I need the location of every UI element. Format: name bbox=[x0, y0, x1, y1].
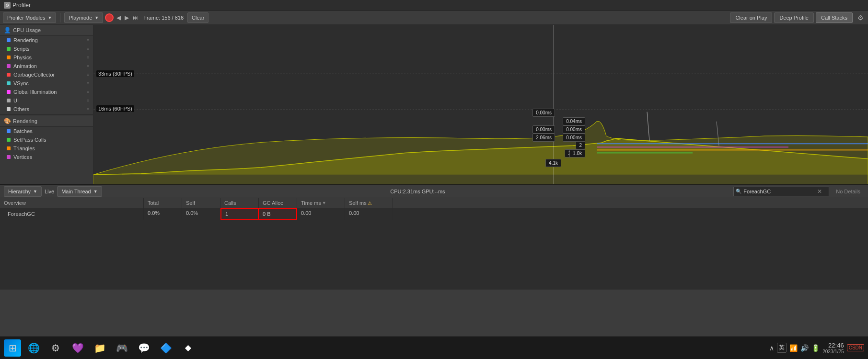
tooltip-0: 0.00ms bbox=[532, 109, 555, 117]
rendering-dot bbox=[7, 38, 11, 42]
others-label: Others bbox=[13, 106, 29, 112]
gc-scroll: ≡ bbox=[87, 72, 89, 77]
clock-date: 2023/1/25 bbox=[822, 349, 844, 354]
record-button[interactable] bbox=[105, 13, 114, 22]
taskbar-clock: 22:46 2023/1/25 bbox=[822, 342, 844, 354]
th-calls[interactable]: Calls bbox=[220, 198, 259, 208]
sidebar-item-batches[interactable]: Batches bbox=[0, 127, 93, 135]
sidebar-item-physics[interactable]: Physics ≡ bbox=[0, 53, 93, 62]
animation-label: Animation bbox=[13, 63, 37, 69]
vs-icon[interactable]: 💜 bbox=[68, 338, 87, 358]
gc-dot bbox=[7, 73, 11, 77]
clear-btn[interactable]: Clear bbox=[187, 12, 208, 23]
sidebar-item-rendering[interactable]: Rendering ≡ bbox=[0, 36, 93, 45]
sidebar-item-triangles[interactable]: Triangles bbox=[0, 144, 93, 153]
physics-dot bbox=[7, 56, 11, 59]
gi-scroll: ≡ bbox=[87, 90, 89, 94]
wifi-icon[interactable]: 📶 bbox=[789, 344, 798, 352]
label-33ms: 33ms (30FPS) bbox=[96, 70, 134, 77]
fast-forward-btn[interactable]: ⏭ bbox=[132, 14, 139, 21]
cpu-icon: 👤 bbox=[4, 27, 11, 34]
tooltip-4: 2.06ms bbox=[532, 134, 555, 142]
unity-icon[interactable]: ◆ bbox=[178, 338, 197, 358]
profiler-modules-btn[interactable]: Profiler Modules ▼ bbox=[3, 12, 56, 23]
app7-icon[interactable]: 🔷 bbox=[156, 338, 175, 358]
scripts-scroll: ≡ bbox=[87, 46, 89, 51]
search-clear-btn[interactable]: ✕ bbox=[817, 188, 822, 195]
rendering-section-header[interactable]: 🎨 Rendering bbox=[0, 116, 93, 127]
animation-scroll: ≡ bbox=[87, 64, 89, 68]
th-overview[interactable]: Overview bbox=[0, 198, 144, 208]
search-input[interactable] bbox=[743, 189, 815, 194]
hierarchy-dropdown[interactable]: Hierarchy ▼ bbox=[4, 186, 42, 197]
gc-label: GarbageCollector bbox=[13, 72, 55, 78]
physics-scroll: ≡ bbox=[87, 55, 89, 60]
gi-dot bbox=[7, 90, 11, 94]
cpu-gpu-info: CPU:2.31ms GPU:--ms bbox=[390, 189, 445, 194]
start-button[interactable]: ⊞ bbox=[4, 339, 21, 357]
live-label: Live bbox=[45, 189, 54, 194]
sidebar-divider bbox=[0, 114, 93, 115]
taskbar-tray: ∧ 英 📶 🔊 🔋 bbox=[769, 343, 820, 353]
settings-icon[interactable]: ⚙ bbox=[857, 14, 865, 22]
th-selfms[interactable]: Self ms ⚠ bbox=[345, 198, 393, 208]
tooltip-2: 0.00ms bbox=[532, 125, 555, 134]
th-gcalloc[interactable]: GC Alloc bbox=[259, 198, 297, 208]
others-scroll: ≡ bbox=[87, 107, 89, 112]
th-total[interactable]: Total bbox=[144, 198, 182, 208]
sidebar-item-vertices[interactable]: Vertices bbox=[0, 153, 93, 161]
playmode-btn[interactable]: Playmode ▼ bbox=[64, 12, 103, 23]
setpass-dot bbox=[7, 138, 11, 142]
taskbar: ⊞ 🌐 ⚙ 💜 📁 🎮 💬 🔷 ◆ ∧ 英 📶 🔊 🔋 22:46 2023/1… bbox=[0, 336, 868, 359]
call-stacks-btn[interactable]: Call Stacks bbox=[816, 12, 853, 23]
sidebar-item-setpass[interactable]: SetPass Calls bbox=[0, 135, 93, 144]
sidebar-item-gi[interactable]: Global Illumination ≡ bbox=[0, 88, 93, 96]
main-thread-dropdown[interactable]: Main Thread ▼ bbox=[57, 186, 102, 197]
deep-profile-btn[interactable]: Deep Profile bbox=[774, 12, 814, 23]
app5-icon[interactable]: 🎮 bbox=[112, 338, 131, 358]
step-back-btn[interactable]: ◀ bbox=[116, 14, 122, 21]
th-self[interactable]: Self bbox=[182, 198, 220, 208]
warn-icon: ⚠ bbox=[368, 201, 372, 206]
vsync-dot bbox=[7, 81, 11, 85]
language-icon[interactable]: 英 bbox=[777, 343, 787, 353]
hierarchy-arrow: ▼ bbox=[33, 189, 37, 194]
chart-area[interactable]: 33ms (30FPS) 16ms (60FPS) 0.00ms 0.04ms … bbox=[93, 25, 868, 184]
csdn-badge: CSDN bbox=[847, 344, 864, 351]
sidebar-item-ui[interactable]: UI ≡ bbox=[0, 96, 93, 105]
step-forward-btn[interactable]: ▶ bbox=[124, 14, 130, 21]
batches-label: Batches bbox=[13, 128, 33, 134]
table-row[interactable]: ForeachGC 0.0% 0.0% 1 0 B 0.00 0.00 bbox=[0, 208, 868, 220]
th-timems[interactable]: Time ms ▼ bbox=[297, 198, 345, 208]
settings-taskbar-icon[interactable]: ⚙ bbox=[46, 338, 65, 358]
sidebar-item-scripts[interactable]: Scripts ≡ bbox=[0, 45, 93, 53]
sidebar-item-gc[interactable]: GarbageCollector ≡ bbox=[0, 70, 93, 79]
triangles-label: Triangles bbox=[13, 146, 35, 151]
volume-icon[interactable]: 🔊 bbox=[800, 344, 809, 352]
playmode-arrow: ▼ bbox=[94, 15, 99, 20]
search-icon: 🔍 bbox=[736, 189, 741, 194]
explorer-icon[interactable]: 📁 bbox=[90, 338, 109, 358]
search-box[interactable]: 🔍 ✕ bbox=[733, 187, 829, 196]
sidebar-item-animation[interactable]: Animation ≡ bbox=[0, 62, 93, 70]
profiler-table: Overview Total Self Calls GC Alloc Time … bbox=[0, 198, 868, 290]
clear-on-play-btn[interactable]: Clear on Play bbox=[730, 12, 772, 23]
sidebar-item-vsync[interactable]: VSync ≡ bbox=[0, 79, 93, 88]
wechat-icon[interactable]: 💬 bbox=[134, 338, 153, 358]
tooltip-9: 4.1k bbox=[545, 159, 561, 167]
bottom-toolbar: Hierarchy ▼ Live Main Thread ▼ CPU:2.31m… bbox=[0, 185, 868, 198]
hierarchy-label: Hierarchy bbox=[8, 189, 31, 194]
expand-tray-icon[interactable]: ∧ bbox=[769, 344, 774, 352]
no-details-label: No Details bbox=[832, 189, 864, 194]
scripts-dot bbox=[7, 47, 11, 51]
sidebar-item-others[interactable]: Others ≡ bbox=[0, 105, 93, 113]
edge-icon[interactable]: 🌐 bbox=[24, 338, 43, 358]
cpu-section-label: CPU Usage bbox=[13, 27, 41, 33]
tooltip-3: 0.00ms bbox=[563, 125, 585, 134]
cpu-section-header[interactable]: 👤 CPU Usage bbox=[0, 25, 93, 36]
batches-dot bbox=[7, 129, 11, 133]
bottom-section: Hierarchy ▼ Live Main Thread ▼ CPU:2.31m… bbox=[0, 184, 868, 290]
battery-icon[interactable]: 🔋 bbox=[811, 344, 820, 352]
ui-label: UI bbox=[13, 98, 19, 103]
rendering-label: Rendering bbox=[13, 37, 38, 43]
